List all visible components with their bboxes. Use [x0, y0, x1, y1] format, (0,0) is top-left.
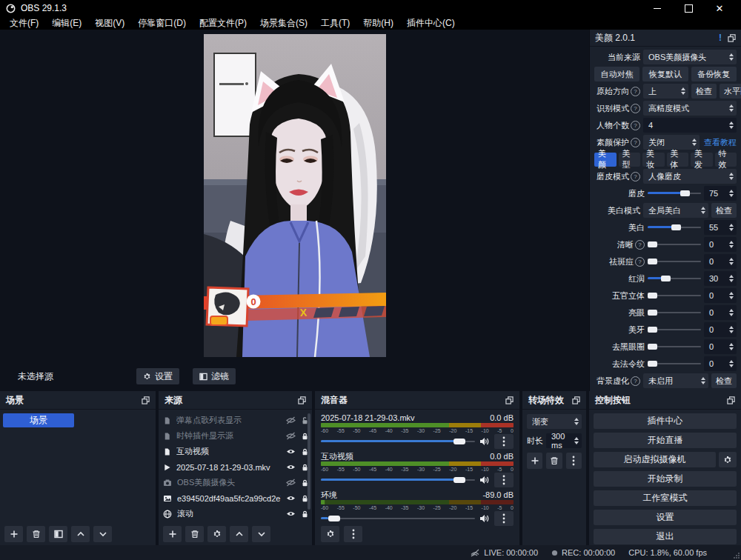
beauty-slider[interactable] — [648, 237, 701, 252]
beauty-slider[interactable] — [648, 254, 701, 269]
beauty-select[interactable]: 人像磨皮 — [643, 169, 737, 184]
slider-value-stepper[interactable]: 0 — [704, 339, 737, 354]
remove-source-button[interactable] — [185, 526, 204, 542]
beauty-select[interactable]: 全局美白 — [643, 203, 708, 218]
source-row[interactable]: 时钟插件显示源 — [163, 428, 309, 444]
slider-handle[interactable] — [648, 310, 657, 316]
slider-handle[interactable] — [648, 344, 657, 350]
control-button-4[interactable]: 工作室模式 — [594, 490, 737, 506]
audio-menu-button[interactable] — [494, 434, 514, 449]
slider-value-stepper[interactable]: 0 — [704, 356, 737, 371]
popout-icon[interactable] — [298, 396, 306, 404]
menu-item-0[interactable]: 文件(F) — [3, 17, 45, 30]
minimize-button[interactable] — [642, 0, 673, 16]
menu-item-4[interactable]: 配置文件(P) — [193, 17, 253, 30]
slider-handle[interactable] — [661, 276, 671, 281]
menu-item-5[interactable]: 场景集合(S) — [253, 17, 314, 30]
beauty-slider[interactable] — [648, 305, 701, 320]
slider-handle[interactable] — [680, 190, 690, 196]
menu-item-2[interactable]: 视图(V) — [88, 17, 131, 30]
slider-handle[interactable] — [648, 259, 657, 264]
sources-scrollbar[interactable] — [308, 413, 310, 510]
slider-value-stepper[interactable]: 75 — [704, 186, 737, 201]
scene-up-button[interactable] — [71, 526, 90, 542]
source-properties-button[interactable] — [207, 526, 226, 542]
slider-handle[interactable] — [328, 516, 340, 521]
slider-value-stepper[interactable]: 0 — [704, 322, 737, 337]
audio-menu-button[interactable] — [494, 473, 514, 487]
scene-list-item[interactable]: 场景 — [3, 413, 74, 427]
control-button-3[interactable]: 开始录制 — [594, 471, 737, 487]
source-row[interactable]: 滚动 — [163, 506, 309, 521]
beauty-slider[interactable] — [648, 220, 701, 235]
source-row[interactable]: 2025-07-18 21-29-03.mkv — [163, 459, 309, 475]
menu-item-6[interactable]: 工具(T) — [314, 17, 356, 30]
menu-item-3[interactable]: 停靠窗口(D) — [131, 17, 193, 30]
slider-value-stepper[interactable]: 0 — [704, 237, 737, 252]
video-preview[interactable]: 0 X — [204, 34, 386, 357]
source-row[interactable]: 弹幕点歌列表显示 — [163, 413, 309, 428]
beauty-select[interactable]: 未启用 — [643, 373, 708, 388]
beauty-select[interactable]: 高精度模式 — [643, 101, 737, 116]
beauty-tab-0[interactable]: 美颜 — [594, 153, 617, 167]
slider-value-stepper[interactable]: 30 — [704, 271, 737, 286]
popout-icon[interactable] — [572, 396, 580, 404]
volume-slider[interactable] — [321, 434, 475, 449]
slider-handle[interactable] — [453, 439, 465, 444]
add-transition-button[interactable] — [527, 453, 542, 469]
mixer-menu-button[interactable] — [344, 526, 362, 542]
beauty-tab-5[interactable]: 特效 — [715, 153, 737, 167]
beauty-slider[interactable] — [648, 288, 701, 303]
beauty-button[interactable]: 备份恢复 — [691, 67, 737, 81]
menu-item-8[interactable]: 插件中心(C) — [400, 17, 462, 30]
slider-value-stepper[interactable]: 0 — [704, 288, 737, 303]
source-down-button[interactable] — [252, 526, 270, 542]
beauty-tab-4[interactable]: 美发 — [691, 153, 713, 167]
slider-handle[interactable] — [453, 477, 465, 483]
source-up-button[interactable] — [230, 526, 248, 542]
volume-slider[interactable] — [321, 511, 475, 526]
remove-transition-button[interactable] — [546, 453, 562, 469]
beauty-button[interactable]: 自动对焦 — [594, 67, 639, 81]
popout-icon[interactable] — [505, 396, 514, 404]
control-button-1[interactable]: 开始直播 — [594, 433, 737, 448]
beauty-slider[interactable] — [648, 186, 701, 201]
popout-icon[interactable] — [728, 34, 736, 42]
transition-menu-button[interactable] — [566, 453, 582, 469]
beauty-select[interactable]: 上 — [643, 84, 688, 99]
beauty-select[interactable]: OBS美颜摄像头 — [643, 50, 737, 64]
source-row[interactable]: e394502df49aa5fc2a99cd2e7c — [163, 490, 309, 506]
slider-handle[interactable] — [648, 327, 657, 333]
menu-item-7[interactable]: 帮助(H) — [356, 17, 400, 30]
beauty-tab-2[interactable]: 美妆 — [642, 153, 665, 167]
control-button-0[interactable]: 插件中心 — [594, 413, 737, 429]
beauty-button[interactable]: 检查 — [711, 203, 737, 218]
filters-button[interactable]: 滤镜 — [193, 368, 236, 384]
maximize-button[interactable] — [673, 0, 704, 16]
volume-slider[interactable] — [321, 473, 475, 487]
slider-value-stepper[interactable]: 55 — [704, 220, 737, 235]
close-button[interactable]: ✕ — [704, 0, 735, 16]
scene-filters-button[interactable] — [49, 526, 67, 542]
beauty-slider[interactable] — [648, 356, 701, 371]
beauty-tab-3[interactable]: 美体 — [667, 153, 689, 167]
slider-handle[interactable] — [648, 361, 657, 367]
tutorial-link[interactable]: 查看教程 — [704, 137, 737, 148]
beauty-select[interactable]: 关闭 — [643, 135, 700, 150]
menu-item-1[interactable]: 编辑(E) — [45, 17, 88, 30]
resize-grip[interactable] — [734, 553, 740, 559]
transition-select[interactable]: 渐变 — [527, 414, 582, 429]
beauty-slider[interactable] — [648, 339, 701, 354]
source-row[interactable]: 互动视频 — [163, 444, 309, 459]
beauty-button[interactable]: 恢复默认 — [642, 67, 688, 81]
people-count-stepper[interactable]: 4 — [643, 118, 737, 133]
beauty-tab-1[interactable]: 美型 — [619, 153, 641, 167]
slider-value-stepper[interactable]: 0 — [704, 254, 737, 269]
advanced-audio-button[interactable] — [321, 526, 339, 542]
control-button-2[interactable]: 启动虚拟摄像机 — [594, 452, 716, 467]
scene-down-button[interactable] — [93, 526, 112, 542]
beauty-button[interactable]: 检查 — [711, 373, 737, 388]
beauty-button[interactable]: 水平翻转 — [720, 84, 741, 99]
control-button-6[interactable]: 退出 — [594, 529, 737, 544]
slider-handle[interactable] — [648, 293, 657, 299]
